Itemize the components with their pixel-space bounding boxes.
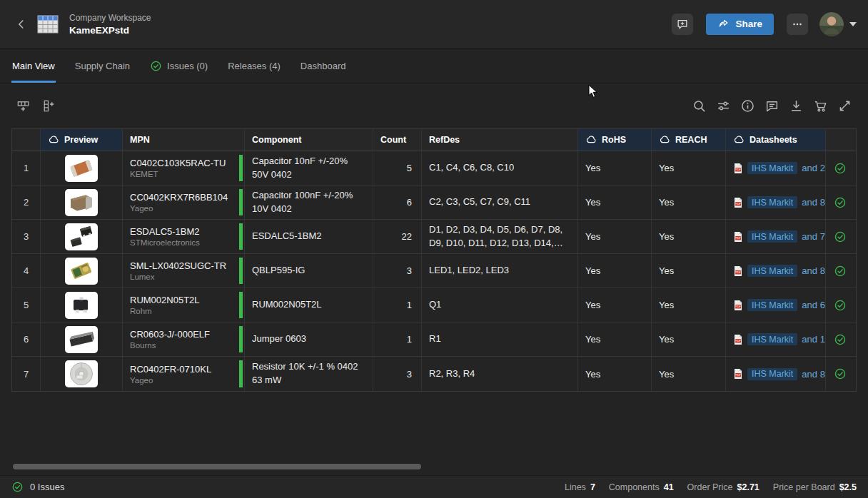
column-header-rohs[interactable]: RoHS (578, 129, 652, 151)
lifecycle-status-bar (239, 189, 243, 215)
add-row-button[interactable] (16, 98, 31, 113)
column-header-mpn[interactable]: MPN (123, 129, 245, 151)
horizontal-scrollbar[interactable] (13, 464, 421, 469)
datasheet-more-link[interactable]: and 2 m (802, 163, 826, 173)
datasheet-source-link[interactable]: IHS Markit (747, 230, 797, 243)
component-cell: Capacitor 100nF +/-20% 10V 0402 (245, 186, 373, 219)
preview-cell[interactable] (41, 322, 123, 356)
comment-icon (764, 98, 779, 113)
caret-down-icon[interactable] (849, 22, 857, 26)
datasheet-source-link[interactable]: IHS Markit (747, 196, 797, 208)
add-column-button[interactable] (41, 98, 56, 113)
preview-cell[interactable] (41, 186, 123, 219)
row-number-cell[interactable]: 3 (12, 220, 41, 253)
preview-cell[interactable] (41, 254, 123, 288)
component-preview-image (65, 360, 98, 387)
info-button[interactable] (740, 98, 755, 113)
cart-button[interactable] (813, 98, 828, 113)
reach-cell: Yes (652, 322, 726, 356)
tab-releases-4[interactable]: Releases (4) (227, 49, 281, 83)
column-header-reach[interactable]: REACH (652, 129, 726, 151)
datasheet-source-link[interactable]: IHS Markit (747, 162, 797, 174)
refdes-list: C1, C4, C6, C8, C10 (429, 161, 514, 175)
datasheet-more-link[interactable]: and 8 m (802, 369, 826, 380)
count-value: 5 (407, 163, 412, 173)
datasheet-more-link[interactable]: and 6 m (802, 300, 826, 310)
rohs-value: Yes (585, 334, 600, 345)
datasheets-cell[interactable]: PDFIHS Markitand 6 m (726, 288, 826, 322)
column-header-status[interactable] (826, 129, 854, 151)
count-value: 6 (407, 197, 412, 208)
row-number-cell[interactable]: 1 (12, 151, 41, 185)
datasheet-more-link[interactable]: and 7 m (802, 231, 826, 242)
search-button[interactable] (692, 98, 707, 113)
download-button[interactable] (789, 98, 804, 113)
preview-cell[interactable] (41, 288, 123, 322)
tab-label: Supply Chain (75, 61, 130, 71)
table-row: 7RC0402FR-0710KLYageoResistor 10K +/-1 %… (12, 357, 856, 391)
datasheets-cell[interactable]: PDFIHS Markitand 7 m (726, 220, 826, 253)
column-header-num[interactable] (12, 129, 41, 151)
column-header-refdes[interactable]: RefDes (422, 129, 578, 151)
count-cell: 5 (373, 151, 422, 185)
preview-cell[interactable] (41, 357, 123, 391)
datasheet-source-link[interactable]: IHS Markit (747, 265, 797, 277)
share-button[interactable]: Share (706, 14, 774, 35)
datasheet-more-link[interactable]: and 8 m (802, 197, 826, 208)
mpn-value: CC0402KRX7R6BB104 (130, 192, 228, 203)
reach-cell: Yes (652, 254, 726, 288)
datasheet-source-link[interactable]: IHS Markit (747, 368, 797, 380)
datasheet-more-link[interactable]: and 8 m (802, 265, 826, 276)
issues-summary[interactable]: 0 Issues (11, 481, 64, 493)
tab-issues-0[interactable]: Issues (0) (149, 49, 208, 83)
preview-cell[interactable] (41, 220, 123, 253)
user-avatar[interactable] (819, 12, 844, 36)
filter-icon (716, 98, 731, 113)
column-header-component[interactable]: Component (245, 129, 373, 151)
more-options-button[interactable] (787, 14, 808, 35)
column-header-label: RoHS (602, 135, 626, 145)
tab-dashboard[interactable]: Dashboard (300, 49, 347, 83)
download-icon (789, 98, 804, 113)
rohs-value: Yes (585, 369, 600, 380)
back-button[interactable] (11, 14, 31, 34)
datasheet-source-link[interactable]: IHS Markit (747, 333, 797, 345)
lifecycle-status-bar (239, 155, 243, 181)
component-preview-image (65, 326, 98, 353)
topbar-actions: Share (672, 12, 857, 36)
row-number-cell[interactable]: 5 (12, 288, 41, 322)
row-number-cell[interactable]: 6 (12, 322, 41, 356)
refdes-list: LED1, LED2, LED3 (429, 264, 509, 278)
datasheets-cell[interactable]: PDFIHS Markitand 2 m (726, 151, 826, 185)
add-comment-button[interactable] (672, 14, 693, 35)
column-header-datasheets[interactable]: Datasheets (726, 129, 826, 151)
pdf-icon: PDF (733, 265, 743, 277)
column-header-count[interactable]: Count (373, 129, 422, 151)
datasheets-cell[interactable]: PDFIHS Markitand 10 r (726, 322, 826, 356)
expand-button[interactable] (837, 98, 852, 113)
row-status-cell (826, 254, 854, 288)
tab-label: Main View (12, 61, 55, 71)
datasheet-more-link[interactable]: and 10 r (802, 334, 826, 345)
tab-main-view[interactable]: Main View (11, 49, 56, 83)
datasheets-cell[interactable]: PDFIHS Markitand 8 m (726, 254, 826, 288)
comment-button[interactable] (764, 98, 779, 113)
datasheet-source-link[interactable]: IHS Markit (747, 299, 797, 311)
filter-button[interactable] (716, 98, 731, 113)
count-cell: 1 (373, 288, 422, 322)
preview-cell[interactable] (41, 151, 123, 185)
row-number-cell[interactable]: 4 (12, 254, 41, 288)
tab-supply-chain[interactable]: Supply Chain (74, 49, 131, 83)
pdf-icon: PDF (733, 300, 743, 311)
table-row: 2CC0402KRX7R6BB104YageoCapacitor 100nF +… (12, 186, 856, 220)
datasheets-cell[interactable]: PDFIHS Markitand 8 m (726, 357, 826, 391)
row-number-cell[interactable]: 7 (12, 357, 41, 391)
column-header-label: Preview (64, 135, 98, 145)
tab-label: Issues (0) (167, 61, 208, 71)
mpn-value: C0402C103K5RAC-TU (130, 158, 226, 168)
pdf-icon: PDF (733, 231, 743, 243)
datasheets-cell[interactable]: PDFIHS Markitand 8 m (726, 186, 826, 219)
row-number-cell[interactable]: 2 (12, 186, 41, 219)
column-header-preview[interactable]: Preview (41, 129, 123, 151)
rohs-cell: Yes (578, 288, 652, 322)
